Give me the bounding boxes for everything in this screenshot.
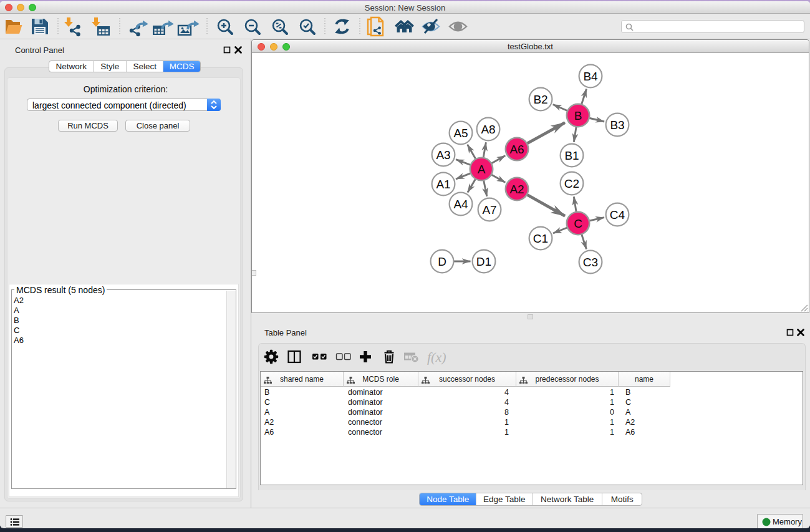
svg-text:C1: C1 (533, 232, 548, 245)
svg-text:C4: C4 (610, 208, 625, 221)
svg-text:B4: B4 (583, 70, 598, 83)
svg-text:B2: B2 (533, 93, 547, 106)
svg-text:A6: A6 (509, 143, 524, 156)
svg-text:f(x): f(x) (427, 349, 446, 365)
svg-text:B: B (574, 109, 582, 122)
svg-text:C2: C2 (564, 177, 579, 190)
svg-text:A5: A5 (453, 127, 468, 140)
svg-text:A1: A1 (436, 178, 450, 191)
svg-text:A8: A8 (481, 123, 495, 136)
svg-text:A7: A7 (482, 203, 496, 216)
svg-text:D: D (438, 255, 446, 268)
svg-text:B1: B1 (564, 149, 579, 162)
svg-text:C: C (574, 217, 582, 230)
svg-text:B3: B3 (610, 118, 624, 132)
svg-text:D1: D1 (476, 255, 491, 268)
svg-text:A2: A2 (509, 183, 524, 196)
svg-text:A4: A4 (453, 198, 468, 211)
svg-text:A3: A3 (436, 148, 450, 162)
svg-text:C3: C3 (583, 256, 598, 269)
svg-text:A: A (478, 163, 486, 176)
